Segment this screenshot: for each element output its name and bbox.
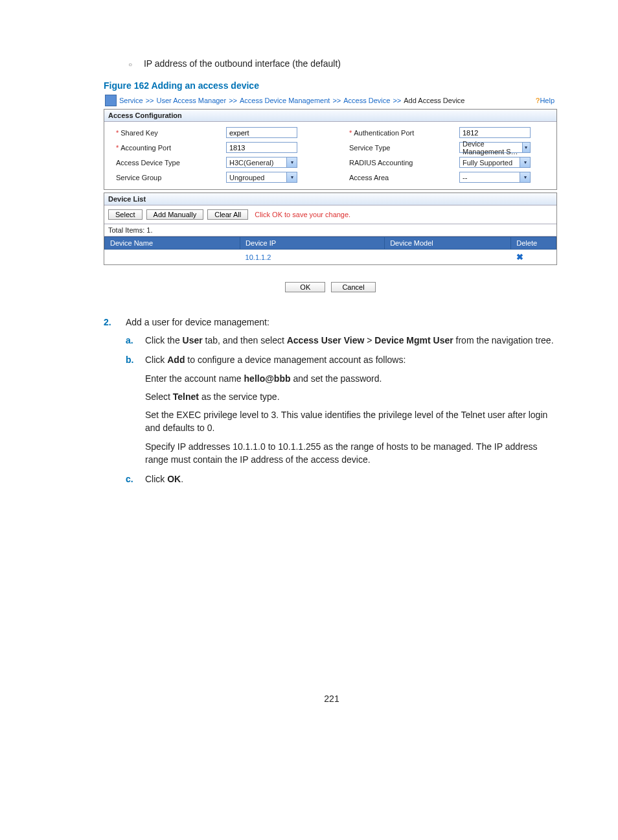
breadcrumb-service[interactable]: Service [119,97,143,104]
label-access-dev-type: Access Device Type [116,159,220,167]
cell-device-model [385,250,511,265]
breadcrumb-adm[interactable]: Access Device Management [240,97,330,104]
substep-a: a. Click the User tab, and then select A… [126,334,560,347]
substep-b-p3: Set the EXEC privilege level to 3. This … [145,408,560,435]
cell-device-name [105,250,240,265]
chevron-down-icon: ▾ [286,158,297,167]
breadcrumb-sep: >> [146,97,154,104]
cancel-button[interactable]: Cancel [331,282,375,292]
label-service-type: Service Type [349,144,453,152]
device-table: Device Name Device IP Device Model Delet… [104,237,556,264]
chevron-down-icon: ▾ [520,158,530,167]
device-list-toolbar: Select Add Manually Clear All Click OK t… [104,205,556,224]
breadcrumb-sep: >> [393,97,401,104]
ok-button[interactable]: OK [285,282,325,292]
intro-bullet-line: ○ IP address of the outbound interface (… [128,58,560,69]
table-header-row: Device Name Device IP Device Model Delet… [105,237,556,250]
screenshot-container: Service >> User Access Manager >> Access… [104,95,557,292]
circle-bullet-icon: ○ [128,61,141,68]
step-2: 2. Add a user for device management: a. … [104,317,560,486]
breadcrumb-uam[interactable]: User Access Manager [157,97,227,104]
acct-port-input[interactable] [226,142,297,153]
cell-device-ip[interactable]: 10.1.1.2 [240,250,385,265]
substep-b: b. Click Add to configure a device manag… [126,353,560,466]
save-hint: Click OK to save your change. [255,211,350,218]
breadcrumb-ad[interactable]: Access Device [343,97,390,104]
substep-b-p4: Specify IP addresses 10.1.1.0 to 10.1.1.… [145,440,560,467]
intro-bullet-text: IP address of the outbound interface (th… [144,58,341,69]
help-link[interactable]: ?Help [536,97,555,104]
device-list-title: Device List [104,193,556,205]
device-list-panel: Device List Select Add Manually Clear Al… [104,192,557,265]
access-config-panel: Access Configuration *Shared Key *Authen… [104,109,557,190]
clear-all-button[interactable]: Clear All [207,209,248,220]
access-dev-type-select[interactable]: H3C(General) ▾ [226,157,297,168]
page-number: 221 [104,694,560,704]
breadcrumb-sep: >> [332,97,341,104]
step-2-text: Add a user for device management: [126,317,269,327]
access-area-select[interactable]: -- ▾ [459,172,531,183]
table-row: 10.1.1.2 ✖ [105,250,556,265]
breadcrumb: Service >> User Access Manager >> Access… [104,95,557,109]
shared-key-input[interactable] [226,127,297,138]
label-shared-key: *Shared Key [116,129,220,137]
chevron-down-icon: ▾ [522,143,530,152]
substep-letter: a. [126,334,133,347]
substep-b-p2: Select Telnet as the service type. [145,390,560,403]
radius-acct-select[interactable]: Fully Supported ▾ [459,157,531,168]
breadcrumb-icon [105,95,117,106]
th-delete: Delete [511,237,556,250]
chevron-down-icon: ▾ [286,172,297,182]
breadcrumb-sep: >> [229,97,237,104]
label-radius-acct: RADIUS Accounting [349,159,453,167]
select-button[interactable]: Select [108,209,143,220]
th-device-ip: Device IP [240,237,385,250]
label-acct-port: *Accounting Port [116,144,220,152]
figure-caption: Figure 162 Adding an access device [104,80,560,91]
label-access-area: Access Area [349,174,453,181]
total-items: Total Items: 1. [104,224,556,237]
substep-letter: c. [126,472,133,485]
chevron-down-icon: ▾ [520,172,530,182]
service-group-select[interactable]: Ungrouped ▾ [226,172,297,183]
auth-port-input[interactable] [459,127,531,138]
step-number: 2. [104,317,111,327]
substep-c: c. Click OK. [126,472,560,485]
add-manually-button[interactable]: Add Manually [146,209,204,220]
substep-b-p1: Enter the account name hello@bbb and set… [145,372,560,385]
label-service-group: Service Group [116,174,220,181]
substep-letter: b. [126,353,133,366]
th-device-name: Device Name [105,237,240,250]
breadcrumb-current: Add Access Device [404,97,464,104]
access-config-title: Access Configuration [104,110,556,122]
th-device-model: Device Model [385,237,511,250]
dialog-buttons: OK Cancel [104,282,557,292]
service-type-select[interactable]: Device Management S… ▾ [459,142,531,153]
delete-row-button[interactable]: ✖ [511,250,556,265]
label-auth-port: *Authentication Port [349,129,453,137]
